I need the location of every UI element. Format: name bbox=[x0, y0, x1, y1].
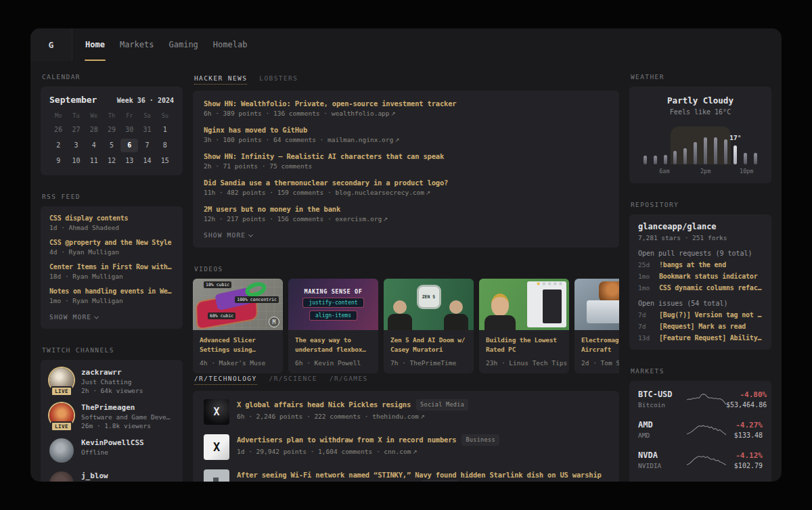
calendar-day-selected: 6 bbox=[120, 139, 138, 152]
rss-item[interactable]: CSS @property and the New Style4d · Ryan… bbox=[49, 239, 174, 256]
news-item[interactable]: Show HN: Wealthfolio: Private, open-sour… bbox=[204, 99, 608, 117]
tab-r-games[interactable]: /R/GAMES bbox=[330, 375, 368, 385]
calendar-grid: MoTuWeThFrSaSu26272829303112345678910111… bbox=[49, 110, 174, 168]
news-item-title: Show HN: Wealthfolio: Private, open-sour… bbox=[204, 99, 608, 108]
twitch-list: LIVEzackrawrrJust Chatting2h · 64k viewe… bbox=[49, 368, 174, 482]
tab-hacker-news[interactable]: HACKER NEWS bbox=[194, 74, 247, 85]
content-columns: CALENDAR September Week 36 · 2024 MoTuWe… bbox=[30, 61, 782, 482]
calendar-day: 3 bbox=[67, 139, 85, 152]
nav-item-homelab[interactable]: Homelab bbox=[206, 28, 255, 61]
calendar-week-year: Week 36 · 2024 bbox=[117, 97, 174, 104]
reddit-item[interactable]: After seeing Wi-Fi network named “STINKY… bbox=[204, 469, 608, 482]
issue-row[interactable]: 7d[Request] Mark as read bbox=[638, 323, 763, 330]
left-column: CALENDAR September Week 36 · 2024 MoTuWe… bbox=[41, 73, 183, 482]
video-title: Electromagnetic Aircraft bbox=[574, 330, 619, 356]
video-card[interactable]: 10% cubic100% concentric60% cubicMAdvanc… bbox=[193, 279, 283, 373]
item-link[interactable]: mailman.nginx.org bbox=[328, 136, 393, 143]
item-link[interactable]: exercism.org bbox=[335, 215, 382, 223]
market-symbol: GOOGLGoogle bbox=[638, 481, 687, 482]
rss-item[interactable]: Center Items in First Row with…18d · Rya… bbox=[49, 263, 174, 280]
item-meta: 1d · 29,942 points · 1,604 comments · cn… bbox=[237, 448, 499, 455]
calendar-month: September bbox=[49, 95, 97, 105]
stars-off: ★★★★ bbox=[541, 281, 564, 287]
weather-condition: Partly Cloudy bbox=[639, 95, 762, 106]
nav-item-home[interactable]: Home bbox=[78, 28, 112, 61]
market-row[interactable]: AMDAMD-4.27%$133.48 bbox=[638, 420, 763, 439]
calendar-header: September Week 36 · 2024 bbox=[49, 95, 174, 105]
calendar-day-header: Mo bbox=[49, 110, 67, 121]
nav-item-markets[interactable]: Markets bbox=[112, 28, 162, 61]
tab-r-science[interactable]: /R/SCIENCE bbox=[269, 375, 317, 385]
rss-item-meta: 18d · Ryan Mulligan bbox=[49, 273, 174, 280]
twitch-channel-row[interactable]: LIVEzackrawrrJust Chatting2h · 64k viewe… bbox=[49, 368, 174, 394]
calendar-day: 12 bbox=[103, 154, 120, 168]
external-link-icon: ↗ bbox=[412, 448, 417, 455]
tab-lobsters[interactable]: LOBSTERS bbox=[259, 74, 298, 85]
calendar-day: 31 bbox=[138, 123, 156, 137]
item-link[interactable]: wealthfolio.app bbox=[332, 110, 390, 117]
thumbnail-heading: MAKING SENSE OF bbox=[304, 288, 363, 295]
sparkline-chart bbox=[687, 452, 726, 468]
issue-row[interactable]: 13d[Feature Request] Ability to ch… bbox=[638, 334, 763, 342]
reddit-item-body: Advertisers plan to withdraw from X in r… bbox=[237, 434, 499, 460]
weather-bar bbox=[694, 142, 697, 164]
market-row[interactable]: GOOGLGoogle-3.46%$151.81 bbox=[638, 481, 763, 482]
tab-r-technology[interactable]: /R/TECHNOLOGY bbox=[194, 375, 257, 385]
weather-bar bbox=[704, 137, 707, 164]
pull-request-row[interactable]: 25d!bangs at the end bbox=[638, 261, 763, 269]
item-link[interactable]: blog.nuclearsecrecy.com bbox=[335, 189, 424, 196]
weather-time-label: 6am bbox=[659, 168, 669, 175]
repository-name[interactable]: glanceapp/glance bbox=[638, 222, 763, 231]
video-card[interactable]: Electromagnetic Aircraft2d · Tom Stanton bbox=[574, 279, 619, 373]
reddit-thumbnail: X bbox=[204, 434, 229, 460]
news-item[interactable]: 2M users but no money in the bank12h · 2… bbox=[204, 205, 608, 223]
market-values: -3.46%$151.81 bbox=[726, 482, 763, 482]
news-item[interactable]: Nginx has moved to GitHub3h · 100 points… bbox=[204, 126, 608, 143]
flair-badge: Security bbox=[420, 480, 457, 482]
pull-request-row[interactable]: 1moCSS dynamic columns refactor an… bbox=[638, 284, 763, 292]
market-change: -3.46% bbox=[726, 482, 763, 482]
calendar-day: 15 bbox=[156, 154, 174, 168]
twitch-channel-row[interactable]: LIVEThePrimeagenSoftware and Game Develo… bbox=[49, 403, 174, 430]
reddit-list: XX global affairs head Nick Pickles resi… bbox=[204, 399, 608, 482]
twitch-channel-row[interactable]: j_blow bbox=[49, 471, 174, 482]
rss-item-title: Center Items in First Row with… bbox=[49, 263, 174, 271]
avatar: LIVE bbox=[49, 368, 74, 392]
center-column: HACKER NEWSLOBSTERS Show HN: Wealthfolio… bbox=[193, 73, 619, 482]
reddit-item[interactable]: XAdvertisers plan to withdraw from X in … bbox=[204, 434, 608, 460]
item-link[interactable]: cnn.com bbox=[384, 448, 411, 455]
twitch-channel-row[interactable]: KevinPowellCSSOffline bbox=[49, 438, 174, 463]
external-link-icon: ↗ bbox=[426, 189, 430, 196]
item-link[interactable]: thehindu.com bbox=[372, 413, 419, 420]
daylight-region bbox=[671, 126, 731, 164]
calendar-card: September Week 36 · 2024 MoTuWeThFrSaSu2… bbox=[41, 87, 183, 175]
pull-request-row[interactable]: 1moBookmark status indicator bbox=[638, 273, 763, 280]
twitch-channel-info: ThePrimeagenSoftware and Game Develop…26… bbox=[81, 403, 173, 430]
news-item[interactable]: Show HN: Infinity – Realistic AI charact… bbox=[204, 152, 608, 170]
market-row[interactable]: NVDANVIDIA-4.12%$102.79 bbox=[638, 450, 763, 469]
video-card[interactable]: ZEN 5Zen 5 And AI Doom w/ Casey Muratori… bbox=[384, 279, 474, 373]
video-card[interactable]: MAKING SENSE OFjustify-contentalign-item… bbox=[288, 279, 378, 373]
reddit-item[interactable]: XX global affairs head Nick Pickles resi… bbox=[204, 399, 608, 425]
video-card[interactable]: ★★★★★Building the Lowest Rated PC23h · L… bbox=[479, 279, 569, 373]
repo-item-title: Bookmark status indicator bbox=[659, 273, 758, 280]
repo-item-title: [Bug(?)] Version tag not showin… bbox=[659, 311, 763, 319]
calendar-day: 26 bbox=[49, 123, 67, 137]
repo-item-title: [Request] Mark as read bbox=[659, 323, 746, 330]
rss-item[interactable]: CSS display contents1d · Ahmad Shadeed bbox=[49, 214, 174, 231]
issue-row[interactable]: 7d[Bug(?)] Version tag not showin… bbox=[638, 311, 763, 319]
news-item[interactable]: Did Sandia use a thermonuclear secondary… bbox=[204, 179, 608, 196]
calendar-day: 4 bbox=[85, 139, 103, 152]
news-show-more-button[interactable]: SHOW MORE bbox=[204, 231, 608, 239]
calendar-day-header: Sa bbox=[138, 110, 156, 121]
nav-item-gaming[interactable]: Gaming bbox=[161, 28, 205, 61]
x-logo-glyph: X bbox=[213, 406, 219, 418]
avatar bbox=[49, 471, 74, 482]
twitch-channel-viewers: 26m · 1.8k viewers bbox=[81, 422, 173, 430]
rss-item[interactable]: Notes on handling events in We…1mo · Rya… bbox=[49, 287, 174, 304]
rss-show-more-button[interactable]: SHOW MORE bbox=[49, 313, 174, 321]
external-link-icon: ↗ bbox=[394, 137, 399, 143]
market-ticker: NVDA bbox=[638, 450, 687, 460]
person-silhouette bbox=[388, 299, 412, 330]
market-row[interactable]: BTC-USDBitcoin-4.80%$53,464.86 bbox=[638, 390, 763, 409]
